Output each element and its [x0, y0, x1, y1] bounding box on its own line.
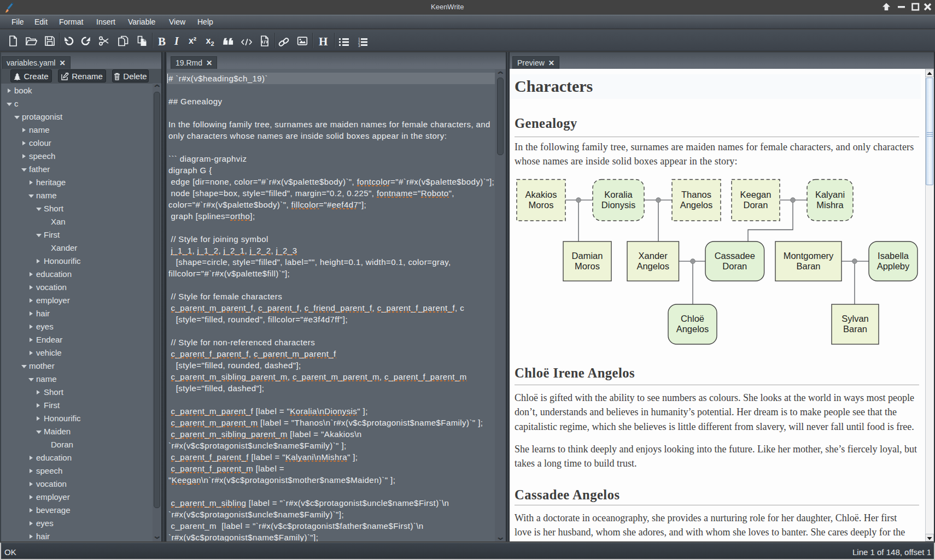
svg-text:Mishra: Mishra [816, 200, 844, 210]
svg-text:Appleby: Appleby [877, 261, 910, 271]
svg-text:Moros: Moros [529, 200, 554, 210]
svg-text:Kalyani: Kalyani [815, 190, 845, 199]
svg-text:Doran: Doran [722, 261, 747, 271]
svg-text:Akakios: Akakios [525, 190, 557, 199]
svg-text:Baran: Baran [796, 261, 820, 271]
svg-text:Xander: Xander [639, 251, 668, 261]
svg-text:3: 3 [358, 44, 360, 48]
svg-text:Montgomery: Montgomery [784, 251, 834, 261]
svg-text:Angelos: Angelos [680, 200, 713, 210]
svg-text:Doran: Doran [744, 200, 768, 210]
svg-text:Chloë: Chloë [681, 314, 704, 323]
svg-text:Cassadee: Cassadee [715, 251, 755, 261]
svg-text:Thanos: Thanos [681, 190, 711, 199]
svg-text:Damian: Damian [572, 251, 603, 261]
svg-text:Sylvan: Sylvan [842, 314, 869, 323]
svg-text:Moros: Moros [575, 261, 600, 271]
svg-text:Isabella: Isabella [878, 251, 909, 261]
svg-text:Angelos: Angelos [636, 261, 669, 271]
svg-text:Angelos: Angelos [676, 324, 709, 334]
svg-text:Keegan: Keegan [740, 190, 772, 199]
svg-text:Dionysis: Dionysis [601, 200, 635, 210]
svg-text:Koralia: Koralia [604, 190, 633, 199]
svg-text:Baran: Baran [843, 324, 867, 334]
